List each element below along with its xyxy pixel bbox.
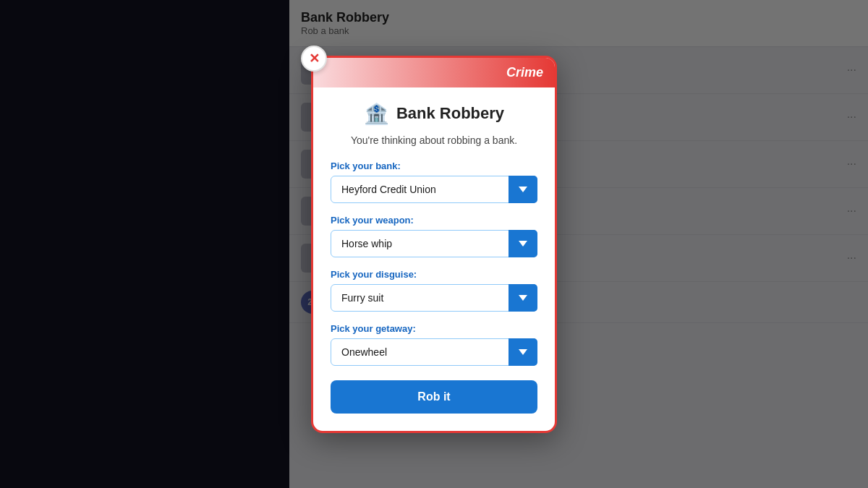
modal-wrapper: ✕ Crime 🏦 Bank Robbery You're thinking a…	[311, 56, 557, 433]
weapon-select[interactable]: Horse whipPistolKnifeBat	[331, 230, 537, 257]
bank-field-group: Pick your bank: Heyford Credit UnionFirs…	[331, 160, 537, 203]
getaway-select[interactable]: OnewheelBicycleSports carMotorcycle	[331, 338, 537, 366]
rob-it-button[interactable]: Rob it	[331, 380, 537, 414]
modal-title-row: 🏦 Bank Robbery	[331, 102, 537, 126]
modal-header-banner: Crime	[313, 58, 555, 87]
disguise-select-wrapper: Furry suitClown costumeBusiness suitSki …	[331, 284, 537, 312]
getaway-select-wrapper: OnewheelBicycleSports carMotorcycle	[331, 338, 537, 366]
modal-description: You're thinking about robbing a bank.	[331, 134, 537, 146]
weapon-label: Pick your weapon:	[331, 215, 537, 226]
getaway-label: Pick your getaway:	[331, 323, 537, 334]
modal-body: 🏦 Bank Robbery You're thinking about rob…	[313, 87, 555, 431]
modal-card: Crime 🏦 Bank Robbery You're thinking abo…	[311, 56, 557, 433]
close-icon: ✕	[309, 52, 320, 65]
bank-select-wrapper: Heyford Credit UnionFirst National BankC…	[331, 176, 537, 203]
bank-select[interactable]: Heyford Credit UnionFirst National BankC…	[331, 176, 537, 203]
modal-title: Bank Robbery	[396, 104, 504, 123]
disguise-select[interactable]: Furry suitClown costumeBusiness suitSki …	[331, 284, 537, 312]
crime-label: Crime	[506, 65, 543, 80]
bank-label: Pick your bank:	[331, 160, 537, 171]
weapon-field-group: Pick your weapon: Horse whipPistolKnifeB…	[331, 215, 537, 257]
weapon-select-wrapper: Horse whipPistolKnifeBat	[331, 230, 537, 257]
getaway-field-group: Pick your getaway: OnewheelBicycleSports…	[331, 323, 537, 366]
close-button[interactable]: ✕	[301, 46, 327, 72]
disguise-field-group: Pick your disguise: Furry suitClown cost…	[331, 269, 537, 312]
bank-icon: 🏦	[364, 102, 389, 126]
disguise-label: Pick your disguise:	[331, 269, 537, 280]
